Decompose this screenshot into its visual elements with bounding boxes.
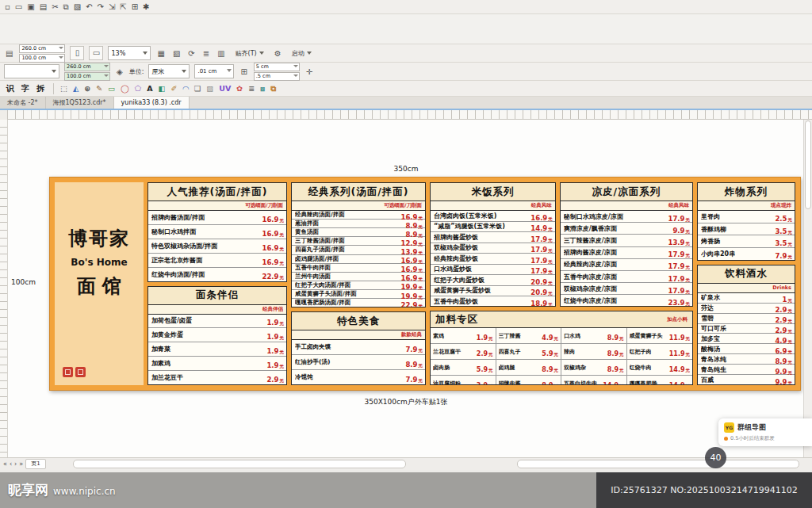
launch-label: 启动	[292, 49, 304, 58]
page-size-fields: 260.0 cm 100.0 cm	[19, 44, 65, 63]
plugin-tool-button[interactable]: 识	[4, 82, 17, 96]
toolbar-icon-group: ▫▭▣▤✂⧉▨↶↷⇲⇱⊞✱	[5, 0, 149, 14]
crop-tool-icon[interactable]: ⬚	[60, 82, 67, 96]
units-label: 单位:	[129, 67, 144, 76]
red-seal-icon	[75, 367, 86, 377]
copy-icon[interactable]: ⧉	[63, 0, 69, 14]
countdown-badge[interactable]: 40	[705, 447, 726, 468]
brand-name-chinese: 博哥家	[68, 226, 130, 251]
ellipse-tool-icon[interactable]: ◯	[121, 82, 129, 96]
uv-print-icon[interactable]: UV	[219, 82, 231, 96]
chevron-down-icon	[143, 52, 147, 55]
import-icon[interactable]: ⇲	[109, 0, 115, 14]
section-title: 面条伴侣	[148, 287, 286, 305]
notification-popup[interactable]: YG 群组导图 0.5小时后结束群发	[718, 418, 812, 446]
scrollbar-thumb[interactable]	[805, 120, 811, 209]
page-width-field[interactable]: 260.0 cm	[19, 44, 65, 53]
text-tool-icon[interactable]: A	[147, 82, 152, 96]
horizontal-scrollbar-right[interactable]	[517, 460, 799, 468]
page-1-tab[interactable]: 页1	[25, 459, 45, 469]
align-icon[interactable]: ≡	[248, 82, 255, 96]
bottom-navigation: « ‹ › » 页1	[0, 457, 812, 470]
weld-icon[interactable]: ⧈	[260, 82, 265, 96]
tab-haibao-cdr[interactable]: 海报1QS123.cdr*	[46, 97, 114, 109]
add-icon[interactable]: ✛	[304, 67, 314, 76]
drop-shadow-icon[interactable]: ❏	[194, 82, 201, 96]
menu-poster[interactable]: 博哥家 Bo's Home 面馆 人气推荐(汤面/拌面) 可选细面/刀削面 招牌…	[49, 177, 801, 391]
prev-page-icon[interactable]: ‹	[10, 459, 12, 470]
rectangle-tool-icon[interactable]: ▭	[108, 82, 115, 96]
undo-icon[interactable]: ↶	[86, 0, 92, 14]
plugin-tool-button[interactable]: 字	[19, 82, 32, 96]
horizontal-scrollbar[interactable]	[73, 460, 406, 468]
micro-adjust-icon[interactable]: ◈	[115, 67, 124, 76]
plugin-tool-button[interactable]: 拆	[34, 82, 47, 96]
app-launcher-icon[interactable]: ⊞	[132, 0, 138, 14]
first-page-icon[interactable]: «	[3, 459, 7, 470]
options-icon[interactable]: ✱	[143, 0, 149, 14]
paste-icon[interactable]: ▨	[74, 0, 81, 14]
next-page-icon[interactable]: ›	[14, 459, 17, 470]
topping-item: 三丁辣酱 4.9元	[496, 328, 562, 344]
gear-icon[interactable]: ⚙	[273, 49, 283, 58]
last-page-icon[interactable]: »	[19, 459, 23, 470]
page-height-field[interactable]: 100.0 cm	[19, 54, 65, 63]
snap-to-button[interactable]: 贴齐(T)	[232, 46, 268, 61]
units-select[interactable]: 厘米	[148, 64, 190, 78]
new-document-icon[interactable]: ▫	[5, 0, 10, 14]
open-icon[interactable]: ▭	[15, 0, 22, 14]
export-icon[interactable]: ⇱	[120, 0, 126, 14]
section-items: 经典辣肉汤面/拌面 16.9元 葱油拌面 8.9元 黄鱼汤面 8.9	[292, 211, 425, 307]
nudge-distance-field[interactable]: .01 cm	[194, 64, 234, 78]
menu-section-companions: 面条伴侣 经典伴侣 加荷包蛋/卤蛋 1.9元 加黄金炸蛋 1.9元	[147, 286, 287, 386]
menu-section-drinks: 饮料酒水 Drinks 矿泉水 1元 芬达 2.9元	[697, 265, 795, 385]
section-title: 米饭系列	[431, 183, 555, 201]
zoom-tool-icon[interactable]: ⊕	[84, 82, 90, 96]
zoom-level-select[interactable]: 13%	[108, 46, 151, 60]
save-icon[interactable]: ▣	[27, 0, 34, 14]
launch-button[interactable]: 启动	[288, 46, 316, 61]
tab-untitled-2[interactable]: 未命名 -2*	[0, 97, 46, 109]
redo-icon[interactable]: ↷	[98, 0, 104, 14]
chevron-down-icon	[182, 70, 186, 73]
outline-pen-icon[interactable]: ◠	[182, 82, 188, 96]
transparency-icon[interactable]: ▨	[206, 82, 213, 96]
polygon-tool-icon[interactable]: ⬠	[135, 82, 141, 96]
landscape-icon[interactable]: ▭	[89, 46, 103, 60]
vertical-scrollbar[interactable]	[803, 120, 812, 457]
image-id-label: ID:25761327 NO:20251003214719941102	[596, 472, 812, 508]
section-title: 加料专区	[435, 313, 478, 327]
bleed-area-icon[interactable]: ▧	[171, 49, 182, 58]
object-width-field[interactable]: 260.0 cm	[64, 63, 110, 71]
page-border-icon[interactable]: ▦	[155, 49, 166, 58]
duplicate-y-field[interactable]: .5 cm	[254, 72, 300, 81]
layers-icon[interactable]: ≣	[201, 49, 211, 58]
page-settings-icon[interactable]: ▤	[4, 49, 14, 58]
fill-tool-icon[interactable]: ◧	[158, 82, 165, 96]
print-icon[interactable]: ▤	[40, 0, 47, 14]
portrait-icon[interactable]: ▯	[70, 46, 84, 60]
section-subtitle: 款款经典	[292, 330, 425, 340]
ruler-settings-icon[interactable]: ▥	[216, 49, 226, 58]
preset-select[interactable]	[4, 64, 59, 78]
section-items: 里脊肉 2.5元 香酥鸡柳 3.5元 烤香肠 3.5元	[698, 211, 795, 260]
topping-item: 五香白切牛肉 14.9元	[561, 376, 627, 385]
menu-item: 五香牛肉蛋炒饭 18.9元	[431, 296, 555, 307]
eyedropper-icon[interactable]: ✐	[170, 82, 177, 96]
duplicate-x-field[interactable]: 5 cm	[254, 63, 300, 71]
topping-item: 口水鸡 8.9元	[561, 328, 627, 344]
trim-icon[interactable]: ⧉	[270, 82, 276, 96]
color-palette-icon[interactable]: ✿	[236, 82, 243, 96]
tab-yunika33-cdr[interactable]: yunika33 (8.3) .cdr	[114, 97, 190, 109]
menu-item: 加兰花豆干 2.9元	[148, 371, 286, 384]
section-items: 秘制口水鸡凉皮/凉面 17.9元 爽滑凉皮/飘香凉面 9.9元	[561, 211, 692, 306]
cut-icon[interactable]: ✂	[52, 0, 58, 14]
grid-icon[interactable]: ⊞	[239, 67, 248, 76]
refresh-icon[interactable]: ⟳	[186, 49, 196, 58]
menu-item: 红烧牛肉凉皮/凉面 23.9元	[561, 295, 692, 306]
drawing-canvas[interactable]: 350cm 100cm 博哥家 Bo's Home 面馆 人气推荐(汤面/拌面)…	[0, 120, 812, 457]
shape-tool-icon[interactable]: ◭	[73, 82, 79, 96]
freehand-tool-icon[interactable]: ✎	[96, 82, 102, 96]
topping-item: 招牌肉酱 8.9元	[496, 376, 562, 385]
object-height-field[interactable]: 100.0 cm	[64, 72, 110, 81]
